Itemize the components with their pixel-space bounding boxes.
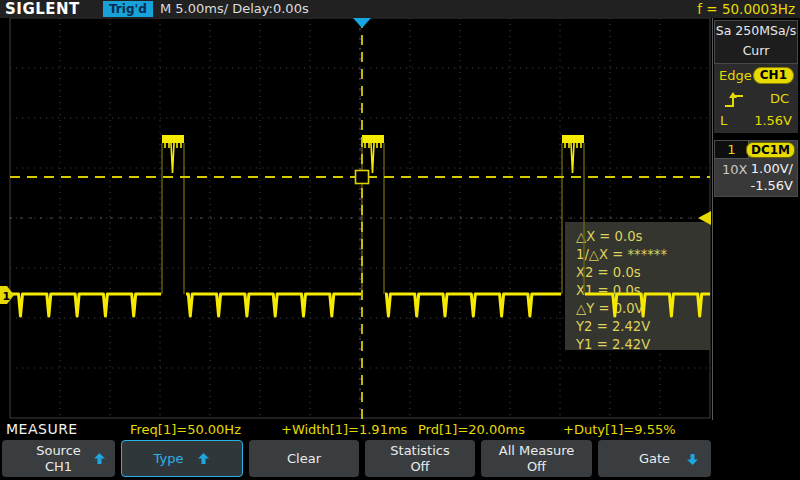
measurement-pos-width: +Width[1]=1.91ms <box>281 422 407 437</box>
channel1-volts-per-div: 1.00V/ <box>751 161 793 176</box>
waveform-display[interactable]: △X = 0.0s 1/△X = ****** X2 = 0.0s X1 = 0… <box>0 18 712 420</box>
type-button[interactable]: Type <box>121 440 243 477</box>
trigger-coupling: DC <box>770 91 789 106</box>
arrow-up-icon <box>197 452 210 465</box>
trigger-info-box[interactable]: Edge CH1 DC L 1.56V <box>714 64 798 133</box>
trigger-mode-label: Edge <box>719 68 752 83</box>
gate-button-label: Gate <box>639 451 670 467</box>
channel1-tab[interactable]: 1 <box>715 141 749 159</box>
statistics-button[interactable]: Statistics Off <box>365 440 475 477</box>
oscilloscope-screen: SIGLENT Trig'd M 5.00ms/ Delay:0.00s f =… <box>0 0 800 480</box>
measurement-bar: MEASURE Freq[1]=50.00Hz +Width[1]=1.91ms… <box>0 420 712 437</box>
top-status-bar: SIGLENT Trig'd M 5.00ms/ Delay:0.00s f =… <box>0 0 800 18</box>
cursor-y1: Y1 = 2.42V <box>575 337 650 352</box>
gate-button[interactable]: Gate <box>598 440 711 477</box>
source-button[interactable]: Source CH1 <box>2 440 115 477</box>
softkey-menu-bar: Source CH1 Type Clear Statistics Off All… <box>0 437 800 480</box>
clear-button-label: Clear <box>287 451 321 467</box>
channel1-coupling-badge: DC1M <box>746 142 795 158</box>
trigger-status-badge: Trig'd <box>103 1 153 17</box>
source-button-value: CH1 <box>45 459 72 475</box>
all-measure-button[interactable]: All Measure Off <box>481 440 592 477</box>
all-measure-button-value: Off <box>527 459 546 475</box>
right-sidebar: Sa 250MSa/s Curr 17.5Mpts Edge CH1 DC L … <box>712 18 800 420</box>
acquisition-info-box[interactable]: Sa 250MSa/s Curr 17.5Mpts <box>714 20 798 64</box>
statistics-button-label: Statistics <box>390 443 449 459</box>
channel1-probe-attenuation: 10X <box>722 162 747 177</box>
cursor-y2: Y2 = 2.42V <box>575 319 650 334</box>
channel1-marker-number: 1 <box>3 290 11 303</box>
rising-edge-icon <box>723 90 747 109</box>
measure-title: MEASURE <box>6 421 78 437</box>
arrow-down-icon <box>686 453 699 466</box>
type-button-label: Type <box>154 451 184 467</box>
sample-rate: Sa 250MSa/s <box>715 21 797 41</box>
trigger-level-value: 1.56V <box>754 113 792 128</box>
trigger-level-label: L <box>720 113 727 128</box>
graticule-grid <box>10 18 710 418</box>
cursor-delta-x: △X = 0.0s <box>576 229 643 244</box>
all-measure-button-label: All Measure <box>499 443 575 459</box>
cursor-inv-delta-x: 1/△X = ****** <box>576 247 667 262</box>
cursor-readout-box: △X = 0.0s 1/△X = ****** X2 = 0.0s X1 = 0… <box>565 222 710 352</box>
trigger-source-badge: CH1 <box>753 67 794 84</box>
statistics-button-value: Off <box>410 459 429 475</box>
frequency-counter: f = 50.0003Hz <box>697 0 795 18</box>
clear-button[interactable]: Clear <box>249 440 359 477</box>
channel1-offset: -1.56V <box>750 178 793 193</box>
trigger-position-marker[interactable] <box>353 18 371 28</box>
arrow-up-icon <box>93 452 106 465</box>
measurement-freq: Freq[1]=50.00Hz <box>130 422 241 437</box>
cursor-x1: X1 = 0.0s <box>576 283 641 298</box>
channel1-info-box[interactable]: 1 DC1M 10X 1.00V/ -1.56V <box>714 140 798 197</box>
waveform-svg: △X = 0.0s 1/△X = ****** X2 = 0.0s X1 = 0… <box>0 18 712 420</box>
cursor-x2: X2 = 0.0s <box>576 265 641 280</box>
siglent-logo: SIGLENT <box>5 0 80 18</box>
timebase-readout[interactable]: M 5.00ms/ Delay:0.00s <box>160 0 309 18</box>
cursor-intersection-handle[interactable] <box>356 171 369 184</box>
cursor-delta-y: △Y = 0.0V <box>576 301 644 316</box>
channel1-ground-marker[interactable]: 1 <box>0 286 14 304</box>
source-button-label: Source <box>36 443 81 459</box>
measurement-pos-duty: +Duty[1]=9.55% <box>563 422 676 437</box>
measurement-period: Prd[1]=20.00ms <box>418 422 525 437</box>
